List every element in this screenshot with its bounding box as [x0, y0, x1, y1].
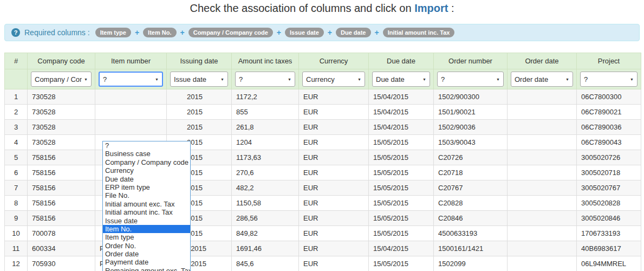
mapping-select-currency[interactable]: Currency▼ — [302, 72, 365, 87]
dropdown-option-business-case[interactable]: Business case — [103, 150, 190, 158]
table-row: 473052820151204EUR15/05/20151503/9004306… — [5, 135, 641, 150]
mapping-select-issuing-date[interactable]: Issue date▼ — [170, 72, 228, 87]
import-link[interactable]: Import — [414, 2, 448, 14]
mapping-cell-currency: Currency▼ — [299, 69, 369, 89]
cell-order-number: 1501/90021 — [434, 105, 508, 120]
cell-company-code: 600334 — [28, 241, 95, 256]
cell-amount: 845,6 — [232, 256, 299, 271]
cell-currency: EUR — [299, 196, 369, 211]
cell-company-code: 758156 — [28, 165, 95, 180]
cell-amount: 482,2 — [232, 180, 299, 196]
table-row: 575815620151173,63EUR15/05/2015C20726300… — [5, 150, 641, 165]
chevron-down-icon: ▼ — [155, 78, 159, 81]
cell-currency: EUR — [299, 120, 369, 135]
dropdown-option-due-date[interactable]: Due date — [103, 175, 190, 183]
mapping-dropdown-popup[interactable]: ?Business caseCompany / Company codeCurr… — [102, 141, 191, 271]
cell-due-date: 15/04/2015 — [369, 89, 434, 105]
mapping-cell-item-number: ?▼ — [95, 69, 167, 89]
cell-currency: EUR — [299, 256, 369, 271]
table-row: 107000782015849,82EUR15/05/2015450063319… — [5, 226, 641, 241]
cell-order-number: 4500633193 — [434, 226, 508, 241]
cell-num: 9 — [5, 211, 28, 226]
cell-num: 5 — [5, 150, 28, 165]
cell-project: 40B6983617 — [577, 241, 641, 256]
mapping-select-order-date[interactable]: Order date▼ — [511, 72, 573, 87]
cell-order-number: 1502/900300 — [434, 89, 508, 105]
cell-order-date — [508, 226, 577, 241]
cell-currency: EUR — [299, 89, 369, 105]
table-row: 67581562015270,6EUR15/05/2015C2071830050… — [5, 165, 641, 180]
dropdown-option-remaining-amount-exc-tax[interactable]: Remaining amount exc. Tax — [103, 267, 190, 271]
mapping-cell-num — [5, 69, 28, 89]
cell-amount: 1173,63 — [232, 150, 299, 165]
table-row: 173052820151172,2EUR15/04/20151502/90030… — [5, 89, 641, 105]
cell-company-code: 700078 — [28, 226, 95, 241]
dropdown-option-erp-item-type[interactable]: ERP item type — [103, 183, 190, 191]
cell-amount: 261,8 — [232, 120, 299, 135]
cell-amount: 286,56 — [232, 211, 299, 226]
chevron-down-icon: ▼ — [630, 78, 634, 81]
help-icon: ? — [11, 28, 20, 37]
table-row: 27305282015855EUR15/04/20151501/9002106C… — [5, 105, 641, 120]
cell-order-number: C20718 — [434, 165, 508, 180]
cell-project: 06C7890021 — [577, 105, 641, 120]
import-preview-table: #Company codeItem numberIssuing dateAmou… — [4, 53, 641, 271]
required-column-badge-item-no: Item No. — [143, 28, 176, 37]
mapping-select-project[interactable]: ?▼ — [580, 72, 638, 87]
dropdown-option-order-no[interactable]: Order No. — [103, 242, 190, 250]
cell-due-date: 15/04/2015 — [369, 105, 434, 120]
plus-separator: + — [375, 28, 379, 37]
column-header-company-code: Company code — [28, 53, 95, 69]
cell-project: 06C7890043 — [577, 135, 641, 150]
dropdown-option-file-no[interactable]: File No. — [103, 191, 190, 199]
cell-issuing-date: 2015 — [167, 105, 232, 120]
cell-num: 12 — [5, 256, 28, 271]
cell-currency: EUR — [299, 105, 369, 120]
cell-num: 8 — [5, 196, 28, 211]
cell-order-number: C20846 — [434, 211, 508, 226]
cell-due-date: 15/05/2015 — [369, 196, 434, 211]
dropdown-option-[interactable]: ? — [103, 141, 190, 150]
mapping-cell-due-date: Due date▼ — [369, 69, 434, 89]
table-row: 77581562015482,2EUR15/05/2015C2076730050… — [5, 180, 641, 196]
plus-separator: + — [180, 28, 185, 37]
column-header-order-number: Order number — [434, 53, 508, 69]
cell-company-code: 730528 — [28, 120, 95, 135]
plus-separator: + — [328, 28, 332, 37]
dropdown-option-item-no[interactable]: Item No. — [103, 225, 190, 233]
cell-order-date — [508, 256, 577, 271]
cell-num: 7 — [5, 180, 28, 196]
dropdown-option-initial-amount-inc-tax[interactable]: Initial amount inc. Tax — [103, 208, 190, 216]
cell-item-number — [95, 105, 167, 120]
cell-project: 3005020718 — [577, 165, 641, 180]
mapping-cell-project: ?▼ — [577, 69, 641, 89]
mapping-select-order-number[interactable]: ?▼ — [437, 72, 504, 87]
column-header-due-date: Due date — [369, 53, 434, 69]
cell-company-code: 758156 — [28, 196, 95, 211]
cell-num: 3 — [5, 120, 28, 135]
dropdown-option-payment-date[interactable]: Payment date — [103, 258, 190, 266]
mapping-select-due-date[interactable]: Due date▼ — [372, 72, 430, 87]
required-column-badge-due-date: Due date — [336, 28, 370, 37]
dropdown-option-item-type[interactable]: Item type — [103, 233, 190, 241]
plus-separator: + — [277, 28, 281, 37]
cell-project: 3005020726 — [577, 150, 641, 165]
cell-due-date: 15/05/2015 — [369, 180, 434, 196]
cell-company-code: 758156 — [28, 150, 95, 165]
dropdown-option-order-date[interactable]: Order date — [103, 250, 190, 258]
cell-order-number: 1502/90036 — [434, 120, 508, 135]
cell-amount: 270,6 — [232, 165, 299, 180]
mapping-select-value: Company / Company code — [35, 75, 82, 83]
dropdown-option-initial-amount-exc-tax[interactable]: Initial amount exc. Tax — [103, 200, 190, 208]
mapping-select-company-code[interactable]: Company / Company code▼ — [31, 72, 92, 87]
mapping-select-amount-inc-taxes[interactable]: ?▼ — [235, 72, 295, 87]
dropdown-option-currency[interactable]: Currency — [103, 166, 190, 175]
cell-order-date — [508, 180, 577, 196]
dropdown-option-issue-date[interactable]: Issue date — [103, 217, 190, 225]
cell-order-date — [508, 105, 577, 120]
dropdown-option-company-company-code[interactable]: Company / Company code — [103, 158, 190, 166]
mapping-select-item-number[interactable]: ?▼ — [99, 72, 163, 87]
cell-item-number — [95, 120, 167, 135]
cell-due-date: 15/05/2015 — [369, 150, 434, 165]
chevron-down-icon: ▼ — [496, 78, 500, 81]
